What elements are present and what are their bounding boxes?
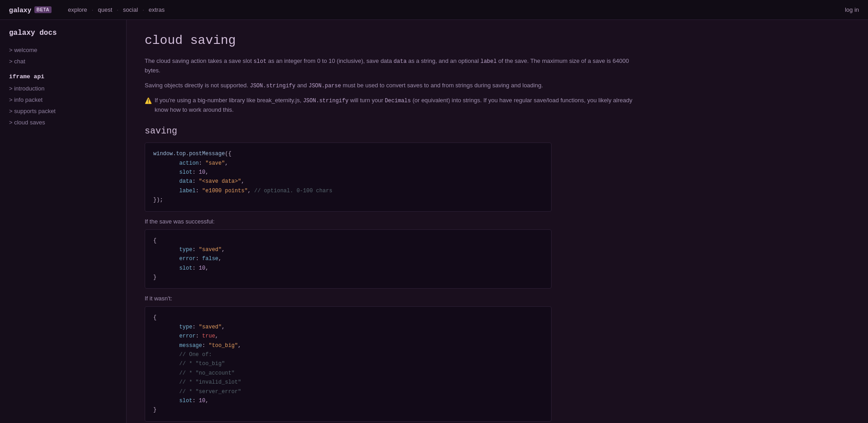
warning-text: If you're using a big-number library lik… <box>155 96 642 115</box>
sidebar-section-iframe-api: iframe api <box>0 67 126 83</box>
page-layout: galaxy docs > welcome > chat iframe api … <box>0 20 868 423</box>
nav-extras[interactable]: extras <box>146 5 167 15</box>
sidebar-item-supports-packet[interactable]: > supports packet <box>0 105 126 117</box>
if-success-label: If the save was successful: <box>145 218 850 225</box>
beta-badge: BETA <box>34 6 52 13</box>
nav-explore[interactable]: explore <box>65 5 90 15</box>
sidebar-item-info-packet[interactable]: > info packet <box>0 94 126 105</box>
success-code-block: { type: "saved", error: false, slot: 10,… <box>145 229 552 289</box>
warning-block: ⚠️ If you're using a big-number library … <box>145 96 642 115</box>
saving-code-block: window.top.postMessage({ action: "save",… <box>145 143 552 211</box>
intro-paragraph-2: Saving objects directly is not supported… <box>145 81 642 90</box>
nav-links: explore · quest · social · extras <box>65 5 845 15</box>
nav-sep-1: · <box>92 6 94 13</box>
sidebar-item-introduction[interactable]: > introduction <box>0 83 126 94</box>
sidebar-item-cloud-saves[interactable]: > cloud saves <box>0 117 126 128</box>
nav-sep-2: · <box>117 6 118 13</box>
nav-quest[interactable]: quest <box>95 5 115 15</box>
page-title: cloud saving <box>145 33 850 48</box>
warning-icon: ⚠️ <box>145 96 152 106</box>
top-navigation: galaxy BETA explore · quest · social · e… <box>0 0 868 20</box>
nav-sep-3: · <box>142 6 144 13</box>
brand-logo[interactable]: galaxy BETA <box>9 6 52 14</box>
main-content: cloud saving The cloud saving action tak… <box>127 20 868 423</box>
section-saving-heading: saving <box>145 126 850 136</box>
sidebar-item-chat[interactable]: > chat <box>0 56 126 67</box>
intro-paragraph-1: The cloud saving action takes a save slo… <box>145 57 642 76</box>
sidebar-title: galaxy docs <box>0 29 126 44</box>
login-button[interactable]: log in <box>845 6 859 13</box>
brand-name: galaxy <box>9 6 32 14</box>
failed-code-block: { type: "saved", error: true, message: "… <box>145 306 552 421</box>
if-failed-label: If it wasn't: <box>145 295 850 302</box>
nav-social[interactable]: social <box>120 5 141 15</box>
sidebar: galaxy docs > welcome > chat iframe api … <box>0 20 127 423</box>
sidebar-item-welcome[interactable]: > welcome <box>0 44 126 56</box>
